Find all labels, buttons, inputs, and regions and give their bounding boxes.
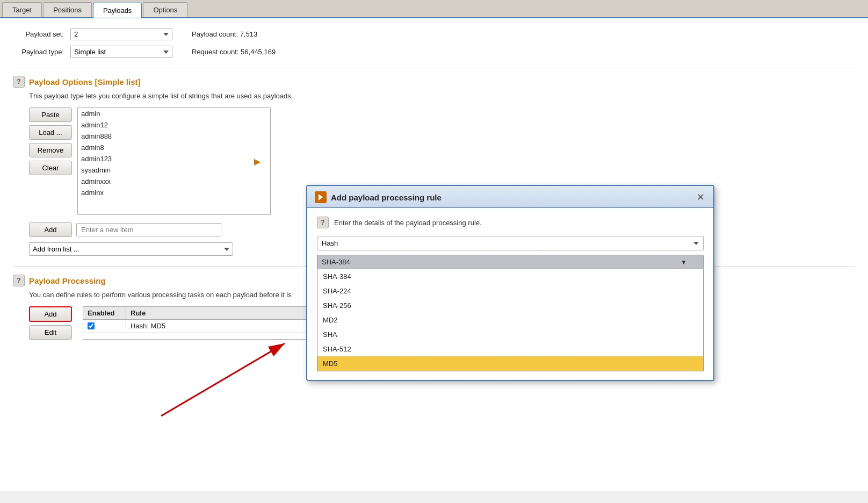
payload-meta: Payload set: 1 2 3 Payload count: 7,513 … xyxy=(13,28,855,58)
clear-button[interactable]: Clear xyxy=(29,161,72,175)
payload-options-desc: This payload type lets you configure a s… xyxy=(29,92,855,100)
payload-list-container: admin admin12 admin888 admin8 admin123 s… xyxy=(77,107,271,215)
remove-button[interactable]: Remove xyxy=(29,143,72,157)
payload-options-help[interactable]: ? xyxy=(13,76,25,88)
th-rule: Rule xyxy=(126,307,329,319)
modal-hash-select-row: SHA-384 ▼ SHA-384 SHA-224 SHA-256 MD2 SH… xyxy=(317,255,704,371)
load-button[interactable]: Load ... xyxy=(29,125,72,140)
processing-add-button[interactable]: Add xyxy=(29,306,72,322)
dropdown-item-sha384[interactable]: SHA-384 xyxy=(317,269,703,284)
tab-options[interactable]: Options xyxy=(143,2,187,17)
modal-hash-selected-display[interactable]: SHA-384 ▼ xyxy=(317,255,704,269)
processing-table: Enabled Rule Hash: MD5 xyxy=(83,306,330,340)
payload-list-scroll[interactable]: admin admin12 admin888 admin8 admin123 s… xyxy=(78,108,270,214)
dropdown-item-sha224[interactable]: SHA-224 xyxy=(317,284,703,298)
dropdown-item-sha512[interactable]: SHA-512 xyxy=(317,342,703,356)
payload-set-select[interactable]: 1 2 3 xyxy=(70,28,172,40)
modal-info-text: Enter the details of the payload process… xyxy=(334,219,482,227)
payload-processing-title: Payload Processing xyxy=(29,276,106,285)
payload-type-label: Payload type: xyxy=(13,48,64,56)
payload-processing-help[interactable]: ? xyxy=(13,275,25,286)
list-item[interactable]: adminx xyxy=(78,187,270,198)
payload-set-label: Payload set: xyxy=(13,30,64,38)
main-content: Payload set: 1 2 3 Payload count: 7,513 … xyxy=(0,18,868,491)
list-item[interactable]: admin888 xyxy=(78,131,270,142)
table-row: Hash: MD5 xyxy=(83,320,329,333)
list-item[interactable]: admin123 xyxy=(78,153,270,164)
request-count-info: Request count: 56,445,169 xyxy=(192,48,276,56)
payload-type-select[interactable]: Simple list Runtime file Custom iterator xyxy=(70,46,172,58)
svg-line-1 xyxy=(161,343,285,416)
tab-payloads[interactable]: Payloads xyxy=(93,3,142,18)
processing-edit-button[interactable]: Edit xyxy=(29,325,72,340)
burp-icon xyxy=(315,191,327,203)
payload-set-row: Payload set: 1 2 3 Payload count: 7,513 xyxy=(13,28,855,40)
td-enabled xyxy=(83,320,126,332)
add-from-list-select[interactable]: Add from list ... xyxy=(29,242,233,256)
modal-close-button[interactable]: ✕ xyxy=(696,192,706,202)
list-item[interactable]: admin12 xyxy=(78,119,270,131)
modal-type-select[interactable]: Hash Encode Decode Add prefix Add suffix xyxy=(317,236,704,250)
modal-title-area: Add payload processing rule xyxy=(315,191,442,203)
list-item[interactable]: sysadmin xyxy=(78,164,270,176)
modal-type-row: Hash Encode Decode Add prefix Add suffix xyxy=(317,236,704,250)
dropdown-arrow-icon: ▼ xyxy=(681,258,687,266)
dropdown-item-sha[interactable]: SHA xyxy=(317,327,703,342)
tab-positions[interactable]: Positions xyxy=(43,2,92,17)
enabled-checkbox[interactable] xyxy=(88,322,95,329)
processing-table-header: Enabled Rule xyxy=(83,307,329,320)
burp-logo-icon xyxy=(316,192,326,202)
payload-options-header: ? Payload Options [Simple list] xyxy=(13,76,855,88)
modal-hash-selected-label: SHA-384 xyxy=(322,258,350,266)
modal-help-button[interactable]: ? xyxy=(317,217,329,228)
modal-info-row: ? Enter the details of the payload proce… xyxy=(317,217,704,228)
modal-header: Add payload processing rule ✕ xyxy=(307,186,713,208)
add-item-input[interactable] xyxy=(76,223,221,236)
modal-hash-dropdown-list: SHA-384 SHA-224 SHA-256 MD2 SHA SHA-512 … xyxy=(317,269,704,371)
dropdown-item-md5[interactable]: MD5 xyxy=(317,356,703,371)
list-item[interactable]: admin xyxy=(78,108,270,119)
tab-target[interactable]: Target xyxy=(2,2,42,17)
dropdown-item-md2[interactable]: MD2 xyxy=(317,313,703,327)
payload-type-row: Payload type: Simple list Runtime file C… xyxy=(13,46,855,58)
list-buttons: Paste Load ... Remove Clear xyxy=(29,107,72,215)
divider-1 xyxy=(13,68,855,68)
add-payload-processing-rule-modal: Add payload processing rule ✕ ? Enter th… xyxy=(306,185,714,381)
td-rule: Hash: MD5 xyxy=(126,320,329,332)
th-enabled: Enabled xyxy=(83,307,126,319)
processing-buttons: Add Edit xyxy=(29,306,72,340)
dropdown-item-sha256[interactable]: SHA-256 xyxy=(317,298,703,313)
paste-button[interactable]: Paste xyxy=(29,107,72,122)
tab-bar: Target Positions Payloads Options xyxy=(0,0,868,18)
list-item[interactable]: adminxxx xyxy=(78,176,270,187)
payload-options-title: Payload Options [Simple list] xyxy=(29,77,141,87)
list-item[interactable]: admin8 xyxy=(78,142,270,153)
modal-body: ? Enter the details of the payload proce… xyxy=(307,208,713,380)
payload-count-info: Payload count: 7,513 xyxy=(192,30,257,38)
add-item-button[interactable]: Add xyxy=(29,222,72,237)
modal-title: Add payload processing rule xyxy=(331,193,442,202)
